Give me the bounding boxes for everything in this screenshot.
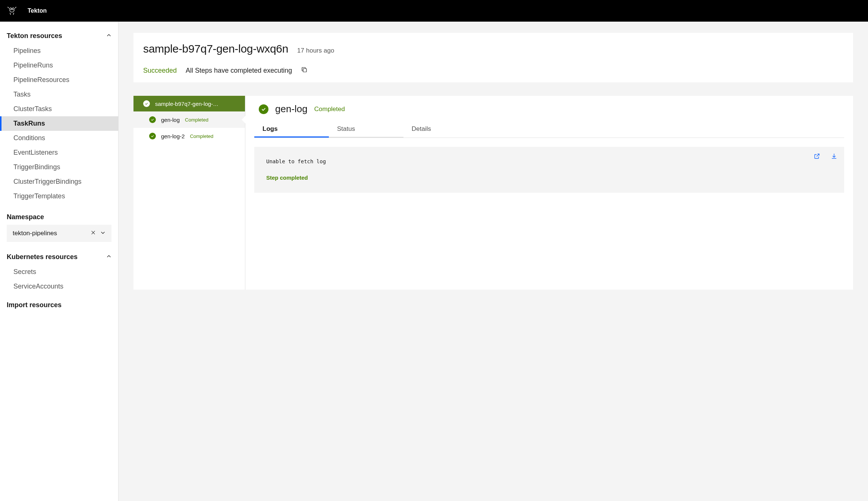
app-title: Tekton <box>28 7 47 14</box>
step-name: gen-log-2 <box>161 133 185 139</box>
nav-item-serviceaccounts[interactable]: ServiceAccounts <box>0 279 118 294</box>
sidebar: Tekton resources Pipelines PipelineRuns … <box>0 22 119 501</box>
nav-item-pipelineruns[interactable]: PipelineRuns <box>0 58 118 73</box>
nav-section-import-resources[interactable]: Import resources <box>0 297 118 313</box>
nav-section-label: Kubernetes resources <box>7 253 78 261</box>
check-circle-icon <box>259 104 268 114</box>
nav-item-pipelines[interactable]: Pipelines <box>0 44 118 58</box>
taskrun-detail-panel: sample-b97q7-gen-log-… gen-log Completed… <box>133 96 853 290</box>
taskrun-status-detail: All Steps have completed executing <box>186 67 292 75</box>
nav-item-clustertriggerbindings[interactable]: ClusterTriggerBindings <box>0 174 118 189</box>
step-status: Completed <box>190 133 213 139</box>
step-status: Completed <box>185 117 208 123</box>
tab-details[interactable]: Details <box>403 122 478 138</box>
task-header-label: sample-b97q7-gen-log-… <box>155 101 218 107</box>
step-name: gen-log <box>161 117 180 123</box>
open-external-icon[interactable] <box>814 153 820 163</box>
check-circle-icon <box>143 100 150 107</box>
detail-tabs: Logs Status Details <box>254 122 844 138</box>
step-detail-title: gen-log <box>275 103 308 115</box>
detail-column: gen-log Completed Logs Status Details <box>245 96 853 290</box>
nav-item-taskruns[interactable]: TaskRuns <box>0 116 118 131</box>
chevron-down-icon[interactable] <box>100 230 106 237</box>
copy-icon[interactable] <box>301 66 308 75</box>
taskrun-title: sample-b97q7-gen-log-wxq6n <box>143 42 288 55</box>
step-item-gen-log[interactable]: gen-log Completed <box>133 111 245 128</box>
chevron-up-icon <box>106 253 111 261</box>
tab-logs[interactable]: Logs <box>254 122 329 138</box>
app-header: Tekton <box>0 0 868 22</box>
nav-item-tasks[interactable]: Tasks <box>0 87 118 102</box>
nav-item-triggerbindings[interactable]: TriggerBindings <box>0 160 118 174</box>
namespace-label: Namespace <box>0 207 118 225</box>
svg-rect-2 <box>303 69 306 72</box>
nav-item-clustertasks[interactable]: ClusterTasks <box>0 102 118 116</box>
check-circle-icon <box>149 116 156 123</box>
nav-section-label: Import resources <box>7 301 62 309</box>
steps-column: sample-b97q7-gen-log-… gen-log Completed… <box>133 96 245 290</box>
nav-item-pipelineresources[interactable]: PipelineResources <box>0 73 118 87</box>
step-item-gen-log-2[interactable]: gen-log-2 Completed <box>133 128 245 144</box>
nav-item-conditions[interactable]: Conditions <box>0 131 118 145</box>
step-detail-status: Completed <box>314 105 345 113</box>
tekton-logo-icon <box>7 6 17 16</box>
nav-item-secrets[interactable]: Secrets <box>0 265 118 279</box>
check-circle-icon <box>149 133 156 139</box>
chevron-up-icon <box>106 32 111 40</box>
nav-section-kubernetes-resources[interactable]: Kubernetes resources <box>0 249 118 265</box>
summary-card: sample-b97q7-gen-log-wxq6n 17 hours ago … <box>133 33 853 82</box>
nav-item-triggertemplates[interactable]: TriggerTemplates <box>0 189 118 204</box>
nav-section-tekton-resources[interactable]: Tekton resources <box>0 28 118 44</box>
main-content: sample-b97q7-gen-log-wxq6n 17 hours ago … <box>119 22 868 501</box>
log-output: Unable to fetch log Step completed <box>254 147 844 193</box>
nav-item-eventlisteners[interactable]: EventListeners <box>0 145 118 160</box>
log-footer: Step completed <box>266 173 832 183</box>
taskrun-timestamp: 17 hours ago <box>297 47 334 54</box>
svg-point-0 <box>10 8 12 10</box>
clear-icon[interactable] <box>91 230 96 237</box>
log-text: Unable to fetch log <box>266 157 832 166</box>
taskrun-status: Succeeded <box>143 67 177 75</box>
svg-point-1 <box>12 8 14 10</box>
namespace-selector[interactable]: tekton-pipelines <box>7 225 111 242</box>
nav-section-label: Tekton resources <box>7 32 62 40</box>
namespace-value: tekton-pipelines <box>13 230 57 237</box>
task-header[interactable]: sample-b97q7-gen-log-… <box>133 96 245 111</box>
download-icon[interactable] <box>831 153 837 163</box>
tab-status[interactable]: Status <box>329 122 403 138</box>
